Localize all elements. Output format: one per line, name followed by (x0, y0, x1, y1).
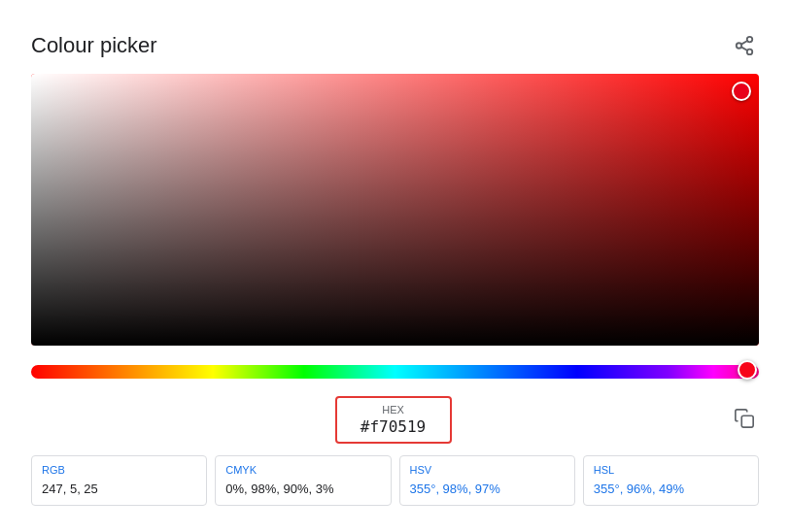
hue-slider-track (31, 365, 759, 379)
hsl-label: HSL (594, 464, 748, 476)
picker-cursor[interactable] (732, 82, 751, 101)
hue-slider-thumb[interactable] (738, 360, 757, 380)
svg-rect-5 (741, 416, 753, 427)
hex-value: #f70519 (361, 417, 426, 436)
cmyk-value: 0%, 98%, 90%, 3% (225, 482, 333, 496)
rgb-box[interactable]: RGB 247, 5, 25 (31, 455, 207, 506)
cmyk-label: CMYK (225, 464, 380, 476)
page-title: Colour picker (31, 33, 157, 58)
hsv-box[interactable]: HSV 355°, 98%, 97% (399, 455, 575, 506)
black-gradient-layer (31, 74, 759, 346)
hsl-value: 355°, 96%, 49% (594, 482, 684, 496)
hsl-box[interactable]: HSL 355°, 96%, 49% (583, 455, 759, 506)
hsv-label: HSV (410, 464, 565, 476)
color-values-row: RGB 247, 5, 25 CMYK 0%, 98%, 90%, 3% HSV… (31, 455, 759, 506)
svg-line-3 (741, 47, 747, 50)
hex-label: HEX (351, 404, 436, 416)
rgb-label: RGB (42, 464, 196, 476)
copy-button[interactable] (734, 408, 755, 433)
rgb-value: 247, 5, 25 (42, 482, 98, 496)
svg-line-4 (741, 41, 747, 45)
color-picker-canvas[interactable] (31, 74, 759, 346)
app-container: Colour picker HEX #f70519 (16, 16, 774, 521)
hsv-value: 355°, 98%, 97% (410, 482, 500, 496)
cmyk-box[interactable]: CMYK 0%, 98%, 90%, 3% (215, 455, 391, 506)
hue-slider[interactable] (31, 363, 759, 381)
header: Colour picker (31, 31, 759, 60)
share-button[interactable] (730, 31, 759, 60)
hex-field[interactable]: HEX #f70519 (335, 396, 452, 444)
